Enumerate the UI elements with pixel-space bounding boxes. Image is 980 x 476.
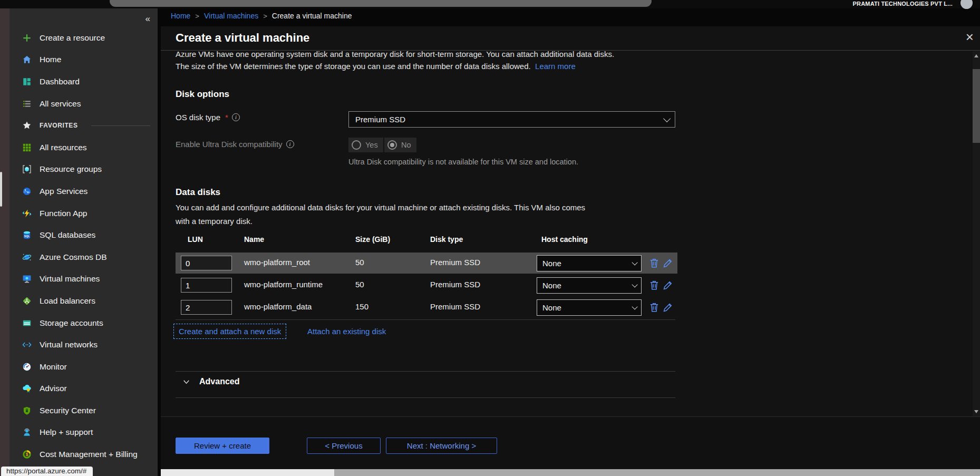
close-icon[interactable]: × <box>966 29 974 45</box>
sidebar-item-azure-cosmos-db[interactable]: Azure Cosmos DB <box>9 246 158 268</box>
scroll-down-icon[interactable] <box>974 410 978 413</box>
breadcrumb-home-link[interactable]: Home <box>171 12 190 20</box>
disk-name: wmo-platform_root <box>244 258 310 267</box>
sidebar-item-virtual-machines[interactable]: Virtual machines <box>9 268 158 290</box>
delete-disk-icon[interactable] <box>648 257 660 269</box>
sidebar-item-create-a-resource[interactable]: Create a resource <box>9 27 158 49</box>
lun-input[interactable] <box>181 300 232 315</box>
ultra-disk-note: Ultra Disk compatibility is not availabl… <box>348 158 578 166</box>
attach-existing-disk-link[interactable]: Attach an existing disk <box>307 327 386 336</box>
lun-input[interactable] <box>181 256 232 270</box>
data-disks-table-header: LUN Name Size (GiB) Disk type Host cachi… <box>176 235 677 246</box>
sidebar-item-app-services[interactable]: App Services <box>9 180 158 202</box>
sidebar-section-favorites: FAVORITES <box>9 114 158 137</box>
vertical-scrollbar[interactable] <box>973 51 980 416</box>
learn-more-link[interactable]: Learn more <box>535 62 576 71</box>
tenant-name[interactable]: PRAMATI TECHNOLOGIES PVT L... <box>852 1 953 7</box>
ultra-disk-yes-radio: Yes <box>348 138 383 152</box>
radio-checked-icon <box>387 140 397 150</box>
host-caching-select[interactable]: None <box>537 255 642 271</box>
breadcrumb-separator-icon: > <box>195 12 199 20</box>
azure-portal: PRAMATI TECHNOLOGIES PVT L... « Create a… <box>0 0 980 476</box>
info-icon[interactable] <box>286 140 294 148</box>
sidebar-item-load-balancers[interactable]: Load balancers <box>9 290 158 312</box>
avatar[interactable] <box>960 0 973 9</box>
sidebar-item-cost-management-billing[interactable]: $ Cost Management + Billing <box>9 443 158 465</box>
star-icon <box>22 121 32 130</box>
review-create-button[interactable]: Review + create <box>176 438 269 454</box>
edit-disk-icon[interactable] <box>662 279 674 291</box>
required-asterisk: * <box>225 113 228 122</box>
data-disks-description: You can add and configure additional dat… <box>176 201 592 228</box>
sidebar-item-home[interactable]: Home <box>9 49 158 71</box>
lun-input[interactable] <box>181 278 232 293</box>
help-support-icon <box>22 428 32 437</box>
wizard-footer: Review + create < Previous Next : Networ… <box>161 416 980 476</box>
previous-button[interactable]: < Previous <box>307 438 381 454</box>
ultra-disk-label-row: Enable Ultra Disk compatibility <box>176 140 294 149</box>
create-attach-new-disk-link[interactable]: Create and attach a new disk <box>173 324 286 339</box>
sidebar-item-all-services[interactable]: All services <box>9 93 158 115</box>
sidebar-item-monitor[interactable]: Monitor <box>9 356 158 378</box>
info-icon[interactable] <box>232 113 240 121</box>
next-networking-button[interactable]: Next : Networking > <box>386 438 497 454</box>
intro-line2: The size of the VM determines the type o… <box>176 62 531 71</box>
dashboard-icon <box>22 77 32 86</box>
sidebar-item-all-resources[interactable]: All resources <box>9 137 158 159</box>
horizontal-scrollbar[interactable] <box>161 469 980 476</box>
sidebar: « Create a resource Home Dashboard All s… <box>9 8 158 476</box>
host-caching-select[interactable]: None <box>537 299 642 316</box>
col-name: Name <box>244 235 264 244</box>
sidebar-item-dashboard[interactable]: Dashboard <box>9 71 158 93</box>
host-caching-select[interactable]: None <box>537 277 642 294</box>
sidebar-item-function-app[interactable]: Function App <box>9 202 158 225</box>
sidebar-item-sql-databases[interactable]: SQL SQL databases <box>9 224 158 246</box>
disk-options-heading: Disk options <box>176 89 229 100</box>
sidebar-item-security-center[interactable]: Security Center <box>9 400 158 422</box>
app-services-icon <box>22 187 32 196</box>
edit-disk-icon[interactable] <box>662 302 674 313</box>
sidebar-item-advisor[interactable]: Advisor <box>9 378 158 400</box>
sidebar-scrollbar-thumb[interactable] <box>0 172 2 207</box>
disk-size: 50 <box>355 258 364 267</box>
delete-disk-icon[interactable] <box>648 302 660 313</box>
divider <box>176 319 675 320</box>
sidebar-item-resource-groups[interactable]: Resource groups <box>9 159 158 181</box>
disk-size: 50 <box>355 280 364 289</box>
advisor-icon <box>22 384 32 393</box>
svg-text:SQL: SQL <box>24 235 30 238</box>
plus-icon <box>22 33 32 43</box>
sidebar-item-storage-accounts[interactable]: Storage accounts <box>9 312 158 334</box>
advanced-toggle[interactable]: Advanced <box>182 377 239 386</box>
breadcrumb-separator-icon: > <box>263 12 267 20</box>
edit-disk-icon[interactable] <box>662 257 674 269</box>
os-disk-type-dropdown[interactable]: Premium SSD <box>348 111 675 128</box>
disk-name: wmo-platform_data <box>244 302 312 311</box>
sidebar-collapse-icon[interactable]: « <box>145 14 150 24</box>
chevron-down-icon <box>632 281 637 287</box>
cosmos-db-icon <box>22 252 32 262</box>
sql-database-icon: SQL <box>22 230 32 240</box>
sidebar-item-virtual-networks[interactable]: Virtual networks <box>9 334 158 356</box>
grid-icon <box>22 143 32 152</box>
table-row: wmo-platform_root 50 Premium SSD None <box>176 252 677 274</box>
disk-name: wmo-platform_runtime <box>244 280 323 289</box>
home-icon <box>22 55 32 64</box>
chevron-down-icon <box>632 259 637 265</box>
global-search-input[interactable] <box>110 0 652 7</box>
intro-text: Azure VMs have one operating system disk… <box>176 51 761 72</box>
scroll-up-icon[interactable] <box>974 54 978 57</box>
delete-disk-icon[interactable] <box>648 279 660 291</box>
panel-header: Create a virtual machine × <box>161 26 980 51</box>
advanced-label: Advanced <box>199 377 239 386</box>
function-app-icon <box>22 209 32 218</box>
sidebar-item-help-support[interactable]: Help + support <box>9 422 158 444</box>
breadcrumb-virtual-machines-link[interactable]: Virtual machines <box>204 12 258 20</box>
vertical-scrollbar-thumb[interactable] <box>973 69 980 143</box>
divider <box>176 371 675 372</box>
top-bar: PRAMATI TECHNOLOGIES PVT L... <box>0 0 980 8</box>
horizontal-scrollbar-thumb[interactable] <box>334 469 980 476</box>
chevron-down-icon <box>663 114 671 122</box>
create-vm-panel: Create a virtual machine × Azure VMs hav… <box>161 26 980 476</box>
data-disks-heading: Data disks <box>176 187 220 198</box>
